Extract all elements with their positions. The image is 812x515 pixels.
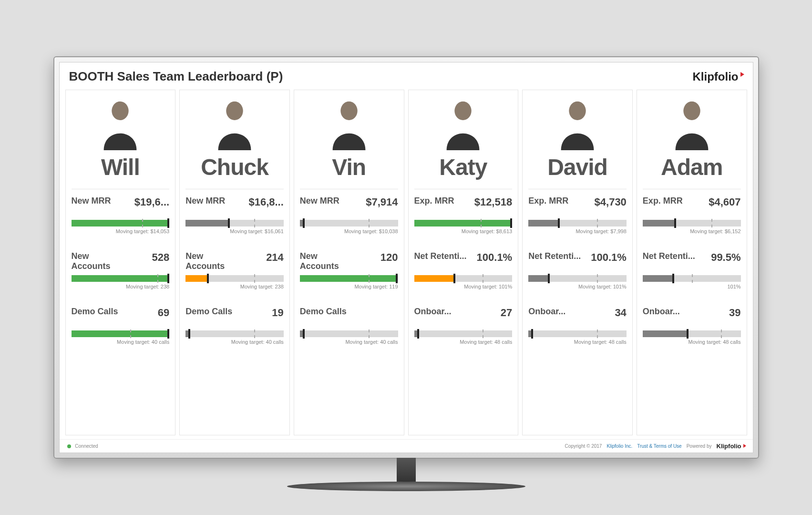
metric-block: Net Retenti... 99.5% 101%: [643, 251, 741, 289]
gauge-target-line: [597, 330, 598, 338]
metric-block: Onboar... 27 Moving target: 48 calls: [414, 307, 513, 345]
metric-block: Onboar... 39 Moving target: 48 calls: [643, 307, 741, 345]
svg-point-5: [683, 102, 700, 120]
avatar: [300, 94, 398, 151]
divider: [643, 189, 741, 189]
gauge-marker: [396, 274, 398, 283]
cards-container: Will New MRR $19,6... Moving target: $14…: [60, 88, 753, 439]
bullet-gauge: [300, 330, 398, 337]
metric-label: New MRR: [72, 196, 111, 206]
moving-target-text: Moving target: 238: [72, 284, 170, 289]
leaderboard-card: David Exp. MRR $4,730 Moving target: $7,…: [522, 90, 633, 435]
metric-block: Exp. MRR $4,607 Moving target: $6,152: [643, 196, 741, 234]
dashboard-screen: BOOTH Sales Team Leaderboard (P) Klipfol…: [59, 62, 753, 453]
moving-target-text: Moving target: 48 calls: [643, 339, 741, 345]
gauge-target-line: [481, 219, 482, 227]
metric-block: Net Retenti... 100.1% Moving target: 101…: [528, 251, 627, 289]
metric-block: New Accounts 528 Moving target: 238: [72, 251, 170, 289]
divider: [414, 189, 513, 189]
moving-target-text: Moving target: 40 calls: [300, 339, 398, 345]
gauge-target-line: [142, 219, 143, 227]
metric-block: Exp. MRR $12,518 Moving target: $8,613: [414, 196, 513, 234]
avatar-icon: [668, 95, 716, 151]
gauge-fill: [414, 220, 511, 227]
metric-label: Demo Calls: [185, 307, 232, 317]
metric-block: New Accounts 214 Moving target: 238: [185, 251, 284, 289]
avatar-icon: [325, 95, 373, 151]
gauge-marker: [674, 218, 676, 228]
gauge-target-line: [369, 330, 370, 338]
company-link[interactable]: Klipfolio Inc.: [606, 443, 632, 449]
copyright-text: Copyright © 2017: [565, 443, 602, 449]
gauge-fill: [528, 220, 558, 227]
tv-stand: [287, 458, 525, 491]
footer: Connected Copyright © 2017 Klipfolio Inc…: [60, 439, 753, 453]
member-name: David: [528, 154, 627, 180]
bullet-gauge: [528, 275, 627, 282]
bullet-gauge: [414, 330, 513, 337]
moving-target-text: Moving target: 119: [300, 284, 398, 289]
metric-label: Exp. MRR: [414, 196, 454, 206]
svg-point-0: [112, 102, 129, 120]
metric-label: Onboar...: [643, 307, 680, 317]
metric-value: 39: [729, 307, 740, 319]
metric-value: 99.5%: [711, 251, 740, 264]
gauge-target-line: [692, 274, 693, 283]
moving-target-text: Moving target: $14,053: [72, 228, 170, 234]
metric-label: New Accounts: [72, 251, 128, 271]
moving-target-text: Moving target: 40 calls: [185, 339, 284, 345]
gauge-fill: [185, 275, 207, 282]
metric-label: Onboar...: [414, 307, 452, 317]
gauge-target-line: [254, 274, 255, 283]
status-dot-icon: [67, 444, 71, 448]
gauge-fill: [72, 330, 168, 337]
metric-label: Demo Calls: [72, 307, 118, 317]
gauge-target-line: [711, 219, 712, 227]
avatar: [528, 94, 627, 151]
leaderboard-card: Vin New MRR $7,914 Moving target: $10,03…: [294, 90, 404, 435]
metric-block: New MRR $7,914 Moving target: $10,038: [300, 196, 398, 234]
gauge-fill: [643, 275, 672, 282]
metric-value: 19: [272, 307, 283, 319]
leaderboard-card: Will New MRR $19,6... Moving target: $14…: [65, 90, 176, 435]
powered-by-label: Powered by: [687, 443, 712, 449]
divider: [185, 189, 284, 189]
gauge-marker: [672, 274, 674, 283]
bullet-gauge: [185, 275, 284, 282]
metric-label: Net Retenti...: [528, 251, 581, 261]
gauge-marker: [548, 274, 550, 283]
gauge-target-line: [254, 330, 255, 338]
gauge-fill: [528, 275, 548, 282]
metric-value: $4,607: [709, 196, 740, 208]
divider: [72, 189, 170, 189]
moving-target-text: Moving target: $16,061: [185, 228, 284, 234]
gauge-marker: [303, 218, 305, 228]
bullet-gauge: [72, 220, 170, 227]
svg-point-1: [226, 102, 243, 120]
avatar: [185, 94, 284, 151]
moving-target-text: Moving target: 48 calls: [414, 339, 513, 345]
moving-target-text: Moving target: $6,152: [643, 228, 741, 234]
bullet-gauge: [300, 275, 398, 282]
gauge-target-line: [157, 274, 158, 283]
gauge-fill: [643, 330, 687, 337]
gauge-fill: [414, 275, 453, 282]
member-name: Katy: [414, 154, 513, 180]
moving-target-text: Moving target: 48 calls: [528, 339, 627, 345]
metric-value: 214: [266, 251, 284, 264]
moving-target-text: Moving target: 40 calls: [72, 339, 170, 345]
gauge-marker: [167, 274, 169, 283]
header: BOOTH Sales Team Leaderboard (P) Klipfol…: [60, 62, 753, 88]
metric-block: Exp. MRR $4,730 Moving target: $7,998: [528, 196, 627, 234]
metric-value: $16,8...: [248, 196, 283, 208]
metric-value: $19,6...: [134, 196, 169, 208]
bullet-gauge: [300, 220, 398, 227]
page-title: BOOTH Sales Team Leaderboard (P): [69, 69, 283, 84]
metric-block: Net Retenti... 100.1% Moving target: 101…: [414, 251, 513, 289]
member-name: Adam: [643, 154, 741, 180]
metric-value: 34: [615, 307, 626, 319]
connection-status: Connected: [67, 443, 98, 449]
metric-value: $12,518: [474, 196, 513, 208]
bullet-gauge: [414, 275, 513, 282]
terms-link[interactable]: Trust & Terms of Use: [637, 443, 681, 449]
